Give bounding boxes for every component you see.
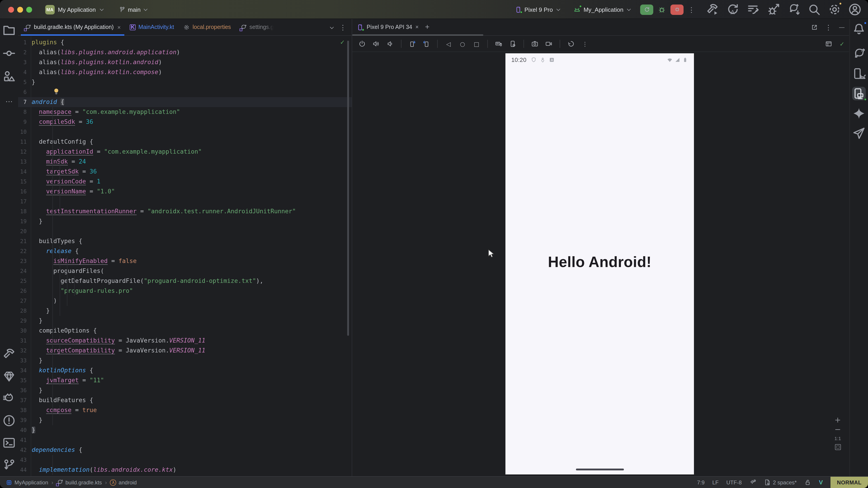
nav-home-icon[interactable]: ○: [457, 38, 468, 49]
volume-up-icon[interactable]: [371, 38, 381, 49]
code-line-15[interactable]: 15 versionCode = 1: [18, 177, 352, 187]
code-line-21[interactable]: 21 buildTypes {: [18, 236, 352, 246]
code-line-31[interactable]: 31 sourceCompatibility = JavaVersion.VER…: [18, 336, 352, 346]
device-settings-icon[interactable]: [507, 38, 518, 49]
code-line-13[interactable]: 13 minSdk = 24: [18, 157, 352, 167]
code-line-25[interactable]: 25 getDefaultProguardFile("proguard-andr…: [18, 276, 352, 286]
more-kebab-icon[interactable]: ⋮: [580, 38, 590, 49]
code-line-36[interactable]: 36 }: [18, 385, 352, 395]
code-line-14[interactable]: 14 targetSdk = 36: [18, 167, 352, 177]
close-tab-icon[interactable]: ×: [117, 24, 121, 31]
editor-scrollbar[interactable]: [347, 41, 349, 336]
code-line-17[interactable]: 17: [18, 197, 352, 206]
code-line-37[interactable]: 37 buildFeatures {: [18, 395, 352, 405]
code-line-9[interactable]: 9 compileSdk = 36: [18, 117, 352, 127]
hide-panel-icon[interactable]: —: [839, 24, 844, 30]
commit-icon[interactable]: [2, 46, 16, 60]
open-in-window-icon[interactable]: [811, 24, 818, 31]
gradle-icon[interactable]: [852, 47, 866, 61]
branch-widget[interactable]: main: [119, 6, 148, 13]
editor-tab[interactable]: build.gradle.kts (My Application)×: [20, 19, 125, 35]
virtual-input-icon[interactable]: [493, 38, 504, 49]
code-line-26[interactable]: 26 "proguard-rules.pro": [18, 286, 352, 296]
nav-overview-icon[interactable]: □: [471, 38, 482, 49]
more-horizontal-icon[interactable]: …: [2, 93, 16, 106]
code-editor[interactable]: 1plugins {2 alias(libs.plugins.android.a…: [18, 36, 352, 476]
code-line-44[interactable]: 44 implementation(libs.androidx.core.ktx…: [18, 465, 352, 475]
git-branch-icon[interactable]: [2, 458, 16, 472]
code-line-28[interactable]: 28 }: [18, 306, 352, 316]
attach-debugger-icon[interactable]: [767, 3, 780, 16]
t ab-list-chevron-icon[interactable]: [330, 25, 334, 29]
add-device-tab-button[interactable]: +: [425, 23, 430, 32]
rerun-button[interactable]: [640, 4, 653, 15]
problems-icon[interactable]: [2, 414, 16, 427]
code-line-32[interactable]: 32 targetCompatibility = JavaVersion.VER…: [18, 346, 352, 356]
code-line-43[interactable]: 43: [18, 455, 352, 465]
screenshot-icon[interactable]: [529, 38, 540, 49]
line-ending[interactable]: LF: [712, 479, 719, 486]
code-line-12[interactable]: 12 applicationId = "com.example.myapplic…: [18, 147, 352, 157]
macos-zoom-button[interactable]: [26, 7, 32, 13]
ai-assistant-disabled-icon[interactable]: [749, 479, 756, 486]
code-line-33[interactable]: 33 }: [18, 356, 352, 365]
build-hammer-icon[interactable]: [2, 348, 16, 361]
running-devices-icon[interactable]: [852, 87, 866, 100]
panel-tab-scrollbar[interactable]: [352, 34, 483, 36]
code-line-8[interactable]: 8 namespace = "com.example.myapplication…: [18, 107, 352, 117]
inspections-ok-check-icon[interactable]: ✓: [340, 39, 345, 46]
code-line-38[interactable]: 38 compose = true: [18, 405, 352, 415]
zoom-to-fit-icon[interactable]: [835, 444, 841, 450]
macos-close-button[interactable]: [8, 7, 14, 13]
run-configuration-selector[interactable]: My_Application: [573, 6, 631, 13]
build-run-icon[interactable]: [706, 3, 719, 16]
zoom-out-button[interactable]: −: [835, 426, 841, 432]
code-line-29[interactable]: 29 }: [18, 316, 352, 326]
notifications-icon[interactable]: [852, 23, 866, 36]
screen-record-icon[interactable]: [544, 38, 554, 49]
code-line-23[interactable]: 23 isMinifyEnabled = false: [18, 256, 352, 266]
ui-check-mode-icon[interactable]: [823, 38, 834, 49]
code-line-42[interactable]: 42dependencies {: [18, 445, 352, 455]
code-line-16[interactable]: 16 versionName = "1.0": [18, 187, 352, 197]
editor-options-kebab[interactable]: ⋮: [340, 24, 346, 31]
stop-button[interactable]: [671, 4, 684, 15]
rotate-left-icon[interactable]: [407, 38, 418, 49]
rotate-right-icon[interactable]: [421, 38, 432, 49]
code-line-40[interactable]: 40}: [18, 425, 352, 435]
gradle-sync-icon[interactable]: [787, 3, 801, 16]
macos-minimize-button[interactable]: [17, 7, 23, 13]
device-tab[interactable]: Pixel 9 Pro API 34 ×: [357, 24, 418, 31]
logcat-icon[interactable]: [2, 392, 16, 405]
code-line-35[interactable]: 35 jvmTarget = "11": [18, 376, 352, 385]
editor-tab[interactable]: settings.g: [236, 19, 278, 35]
code-line-24[interactable]: 24 proguardFiles(: [18, 266, 352, 276]
code-line-19[interactable]: 19 }: [18, 217, 352, 226]
device-manager-icon[interactable]: [852, 67, 866, 80]
code-line-27[interactable]: 27 ): [18, 296, 352, 306]
code-line-18[interactable]: 18 testInstrumentationRunner = "androidx…: [18, 206, 352, 217]
code-swap-icon[interactable]: [746, 3, 760, 16]
travel-icon[interactable]: [852, 127, 866, 140]
breadcrumb-item[interactable]: build.gradle.kts: [56, 479, 102, 486]
vim-mode-badge[interactable]: NORMAL: [831, 477, 868, 488]
editor-tab[interactable]: KMainActivity.kt: [125, 19, 179, 35]
breadcrumb-item[interactable]: MyApplication: [6, 479, 48, 486]
device-selector[interactable]: Pixel 9 Pro: [515, 6, 561, 13]
power-icon[interactable]: [357, 38, 368, 49]
code-line-2[interactable]: 2 alias(libs.plugins.android.application…: [18, 47, 352, 57]
emulator-screen[interactable]: 10:20 Hello Android!: [505, 53, 694, 475]
code-line-5[interactable]: 5}: [18, 77, 352, 87]
code-line-20[interactable]: 20: [18, 226, 352, 236]
file-encoding[interactable]: UTF-8: [726, 479, 742, 486]
resource-manager-icon[interactable]: [2, 70, 16, 83]
project-folder-icon[interactable]: [2, 24, 16, 37]
intention-bulb-icon[interactable]: [53, 88, 59, 95]
code-line-7[interactable]: 7android {: [18, 97, 352, 107]
code-line-39[interactable]: 39 }: [18, 415, 352, 425]
volume-down-icon[interactable]: [385, 38, 396, 49]
vim-plugin-icon[interactable]: V: [819, 479, 823, 486]
code-line-34[interactable]: 34 kotlinOptions {: [18, 365, 352, 376]
caret-position[interactable]: 7:9: [697, 479, 705, 486]
search-icon[interactable]: [807, 3, 821, 16]
